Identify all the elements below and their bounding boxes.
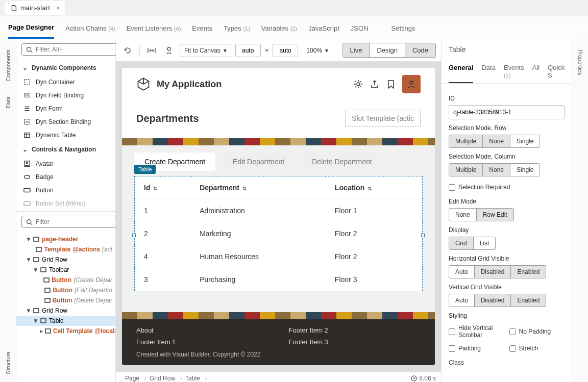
width-toggle-icon[interactable]	[145, 44, 158, 57]
file-tab[interactable]: main-start ×	[5, 1, 65, 15]
option-auto[interactable]: Auto	[449, 266, 475, 278]
footer-link[interactable]: Footer Item 3	[289, 338, 421, 346]
tree-node[interactable]: Button (Edit Departm	[16, 285, 115, 295]
option-enabled[interactable]: Enabled	[511, 294, 546, 307]
tree-node[interactable]: ▼Table	[16, 316, 115, 326]
rail-properties[interactable]: Properties	[577, 49, 583, 75]
rail-components[interactable]: Components	[5, 49, 11, 81]
selection-required-checkbox[interactable]	[449, 184, 455, 191]
styling-check[interactable]	[449, 328, 455, 335]
mode-live[interactable]: Live	[343, 43, 370, 57]
option-none[interactable]: None	[483, 164, 510, 176]
ptab-events[interactable]: Events (1)	[504, 60, 524, 83]
device-icon[interactable]	[162, 44, 176, 57]
rail-data[interactable]: Data	[5, 96, 11, 108]
crumb-page[interactable]: Page	[121, 374, 143, 383]
option-single[interactable]: Single	[510, 164, 540, 176]
reload-icon[interactable]	[121, 44, 134, 57]
avatar[interactable]	[402, 75, 421, 93]
structure-filter-input[interactable]	[36, 218, 112, 225]
option-none[interactable]: None	[449, 209, 477, 221]
table-row[interactable]: 3PurchasingFloor 3	[135, 268, 423, 291]
share-icon[interactable]	[370, 79, 380, 89]
comp-dynamic-table[interactable]: Dynamic Table	[16, 129, 115, 142]
nav-json[interactable]: JSON	[351, 24, 369, 38]
components-filter[interactable]	[21, 43, 117, 56]
nav-variables[interactable]: Variables (2)	[261, 24, 297, 38]
table-row[interactable]: 4Human ResourcesFloor 2	[135, 245, 423, 268]
comp-dyn-field-binding[interactable]: Dyn Field Binding	[16, 89, 115, 102]
group-dynamic-components[interactable]: ⌄ Dynamic Components	[16, 60, 115, 75]
gear-icon[interactable]	[353, 79, 363, 89]
comp-avatar[interactable]: Avatar	[16, 157, 115, 170]
ptab-general[interactable]: General	[449, 60, 473, 83]
crumb-grid-row[interactable]: Grid Row	[145, 374, 179, 383]
tree-node[interactable]: ▼Grid Row	[16, 254, 115, 265]
tree-node[interactable]: Button (Create Depar	[16, 275, 115, 285]
id-input[interactable]	[449, 105, 565, 119]
comp-button-set-menu[interactable]: Button Set (Menu)	[16, 197, 115, 210]
structure-filter[interactable]	[21, 216, 117, 228]
close-icon[interactable]: ×	[56, 4, 60, 12]
sort-icon[interactable]: ⇅	[242, 186, 247, 191]
comp-badge[interactable]: Badge	[16, 170, 115, 184]
crumb-table[interactable]: Table	[181, 374, 204, 383]
ptab-data[interactable]: Data	[481, 60, 495, 83]
departments-table[interactable]: Id⇅ Department⇅ Location⇅ 1Administratio…	[134, 176, 423, 291]
height-input[interactable]	[273, 44, 298, 57]
option-grid[interactable]: Grid	[449, 237, 474, 249]
comp-button[interactable]: Button	[16, 184, 115, 197]
option-enabled[interactable]: Enabled	[511, 266, 546, 278]
components-filter-input[interactable]	[36, 46, 112, 53]
option-none[interactable]: None	[483, 135, 510, 147]
styling-check[interactable]	[509, 328, 516, 335]
zoom-select[interactable]: 100%▾	[302, 44, 332, 57]
nav-settings[interactable]: Settings	[391, 24, 415, 38]
mode-code[interactable]: Code	[405, 43, 435, 57]
footer-link[interactable]: Footer Item 2	[289, 326, 421, 334]
nav-action-chains[interactable]: Action Chains (4)	[65, 24, 115, 38]
option-auto[interactable]: Auto	[449, 294, 475, 307]
sort-icon[interactable]: ⇅	[368, 186, 372, 191]
tree-node[interactable]: Button (Delete Depar	[16, 295, 115, 305]
option-row-edit[interactable]: Row Edit	[477, 209, 513, 221]
tree-node[interactable]: ▼Toolbar	[16, 265, 115, 275]
tree-node[interactable]: ▸Cell Template @locati	[16, 326, 115, 336]
tree-node[interactable]: ▼Grid Row	[16, 305, 115, 316]
table-row[interactable]: 2MarketingFloor 2	[135, 222, 423, 245]
fit-select[interactable]: Fit to Canvas▾	[180, 44, 231, 57]
bookmark-icon[interactable]	[386, 79, 396, 89]
nav-page-designer[interactable]: Page Designer	[8, 23, 54, 39]
ptab-all[interactable]: All	[532, 60, 540, 83]
comp-dyn-section-binding[interactable]: Dyn Section Binding	[16, 115, 115, 129]
table-row[interactable]: 1AdministrationFloor 1	[135, 199, 423, 222]
mode-design[interactable]: Design	[370, 43, 405, 57]
tab-edit-department[interactable]: Edit Department	[223, 152, 295, 171]
tree-node[interactable]: ▼page-header	[16, 234, 115, 244]
tree-node[interactable]: Template @actions (act	[16, 244, 115, 254]
comp-dyn-form[interactable]: Dyn Form	[16, 102, 115, 115]
option-single[interactable]: Single	[510, 135, 540, 147]
resize-handle-left[interactable]	[132, 234, 136, 237]
sort-icon[interactable]: ⇅	[153, 186, 157, 191]
ptab-quick-start[interactable]: Quick S	[548, 60, 565, 83]
table-selection[interactable]: Table Id⇅ Department⇅ Location⇅ 1Adminis…	[134, 176, 423, 291]
styling-check[interactable]	[449, 345, 455, 352]
footer-link[interactable]: Footer Item 1	[136, 338, 268, 346]
slot-template[interactable]: Slot Template (actic	[345, 110, 421, 127]
option-multiple[interactable]: Multiple	[449, 164, 483, 176]
tab-delete-department[interactable]: Delete Department	[302, 152, 382, 171]
nav-event-listeners[interactable]: Event Listeners (4)	[127, 24, 181, 38]
option-multiple[interactable]: Multiple	[449, 135, 483, 147]
nav-types[interactable]: Types (1)	[224, 24, 250, 38]
nav-javascript[interactable]: JavaScript	[308, 24, 339, 38]
nav-events[interactable]: Events	[192, 24, 212, 38]
option-list[interactable]: List	[474, 237, 496, 249]
footer-link[interactable]: About	[136, 326, 268, 334]
comp-dyn-container[interactable]: Dyn Container	[16, 75, 115, 89]
group-controls-navigation[interactable]: ⌄ Controls & Navigation	[16, 142, 115, 157]
option-disabled[interactable]: Disabled	[475, 266, 511, 278]
styling-check[interactable]	[509, 345, 516, 352]
width-input[interactable]	[235, 44, 261, 57]
option-disabled[interactable]: Disabled	[475, 294, 511, 307]
